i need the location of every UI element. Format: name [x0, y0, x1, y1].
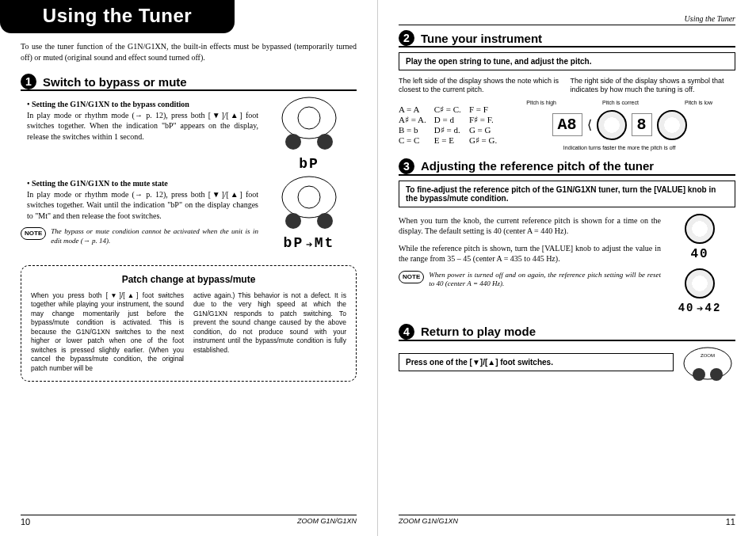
step-4-heading: 4 Return to play mode	[399, 324, 735, 341]
seg-40-a: 40	[664, 246, 735, 264]
tuner-display: A8 ⟨ 8	[503, 110, 735, 140]
tuner-seg-center: A8	[552, 113, 582, 136]
pitch-caption-left: The left side of the display shows the n…	[399, 77, 564, 95]
step-1-number: 1	[21, 74, 36, 89]
pitch-low-label: Pitch is low	[685, 100, 712, 105]
mute-diagram: bP ➔ Mt	[262, 175, 357, 254]
step-4-number: 4	[399, 324, 414, 340]
svg-point-6	[285, 213, 301, 229]
patch-change-title: Patch change at bypass/mute	[31, 274, 346, 285]
patch-change-box: Patch change at bypass/mute When you pre…	[21, 265, 357, 382]
intro-text: To use the tuner function of the G1N/G1X…	[21, 41, 357, 63]
tuner-knob-icon	[597, 110, 627, 140]
seg-42: 42	[705, 302, 722, 314]
mute-heading: Setting the G1N/G1XN to the mute state	[32, 179, 168, 188]
step-4-title: Return to play mode	[421, 325, 536, 338]
page-title-banner: Using the Tuner	[0, 0, 235, 33]
footer-right: ZOOM G1N/G1XN 11	[399, 515, 735, 526]
step-2-heading: 2 Tune your instrument	[399, 30, 735, 48]
step-3-p2: While the reference pitch is shown, turn…	[399, 243, 661, 264]
pitch-high-label: Pitch is high	[526, 100, 556, 105]
bypass-heading: Setting the G1N/G1XN to the bypass condi…	[32, 100, 189, 108]
svg-text:ZOOM: ZOOM	[701, 353, 715, 358]
seg-bp-2: bP	[284, 235, 304, 251]
step-3-inset: To fine-adjust the reference pitch of th…	[399, 181, 735, 207]
step-2-inset: Play the open string to tune, and adjust…	[399, 52, 735, 70]
svg-point-5	[298, 186, 320, 208]
value-knob-icon	[685, 214, 715, 244]
seg-bp: bP	[299, 156, 319, 172]
step-1-title: Switch to bypass or mute	[43, 75, 187, 89]
svg-point-1	[298, 107, 320, 129]
step-1-heading: 1 Switch to bypass or mute	[21, 74, 357, 91]
note-icon: NOTE	[21, 227, 46, 240]
pitch-correct-label: Pitch is correct	[602, 100, 639, 105]
step-3-note: NOTE When power is turned off and on aga…	[399, 271, 661, 289]
page-11: Using the Tuner 2 Tune your instrument P…	[378, 0, 756, 536]
indication-caption: Indication turns faster the more the pit…	[503, 145, 735, 150]
bypass-diagram: bP	[262, 96, 357, 175]
arrow-icon-2: ➔	[697, 304, 703, 313]
arrow-icon: ➔	[306, 240, 315, 249]
seg-mt: Mt	[315, 235, 335, 251]
note-icon-2: NOTE	[399, 271, 424, 283]
step-1-note: NOTE The bypass or mute condition cannot…	[21, 227, 258, 245]
value-knob-diagrams: 40 40 ➔ 42	[664, 214, 735, 316]
tuner-knob-icon-2	[657, 110, 687, 140]
page-number-right: 11	[726, 517, 735, 526]
footer-left: 10 ZOOM G1N/G1XN	[21, 515, 357, 526]
svg-point-2	[285, 134, 301, 150]
note-text-1: The bypass or mute condition cannot be a…	[51, 227, 258, 245]
pitch-caption-right: The right side of the display shows a sy…	[571, 77, 736, 95]
step-3-number: 3	[399, 158, 414, 174]
svg-point-7	[317, 213, 333, 229]
page-number-left: 10	[21, 517, 30, 526]
bypass-body: In play mode or rhythm mode (→ p. 12), p…	[27, 111, 258, 141]
svg-point-8	[684, 348, 731, 379]
value-knob-icon-2	[685, 268, 715, 298]
step-1-bypass-block: • Setting the G1N/G1XN to the bypass con…	[21, 96, 357, 175]
page-10: Using the Tuner To use the tuner functio…	[0, 0, 378, 536]
mute-body: In play mode or rhythm mode (→ p. 12), p…	[27, 190, 258, 220]
svg-point-3	[317, 134, 333, 150]
note-text-3: When power is turned off and on again, t…	[429, 271, 661, 289]
step-3-p1: When you turn the knob, the current refe…	[399, 215, 661, 237]
step-2-number: 2	[399, 30, 414, 46]
running-head: Using the Tuner	[399, 14, 735, 25]
model-label-left: ZOOM G1N/G1XN	[297, 517, 357, 526]
step-1-mute-block: • Setting the G1N/G1XN to the mute state…	[21, 175, 357, 254]
footswitch-icon: ZOOM	[680, 346, 735, 382]
model-label-right: ZOOM G1N/G1XN	[399, 517, 458, 526]
step-3-title: Adjusting the reference pitch of the tun…	[421, 159, 654, 173]
step-4-inset: Press one of the [▼]/[▲] foot switches.	[399, 353, 674, 371]
patch-change-col1: When you press both [▼]/[▲] foot switche…	[31, 291, 184, 373]
patch-change-col2: active again.) This behavior is not a de…	[193, 291, 346, 373]
step-3-heading: 3 Adjusting the reference pitch of the t…	[399, 158, 735, 176]
seg-40-b: 40	[678, 302, 695, 314]
svg-point-9	[693, 368, 705, 381]
svg-point-10	[710, 368, 723, 381]
step-2-title: Tune your instrument	[421, 32, 542, 45]
note-lookup-table: A = AC♯ = C.F = F A♯ = A.D = dF♯ = F. B …	[399, 105, 497, 146]
